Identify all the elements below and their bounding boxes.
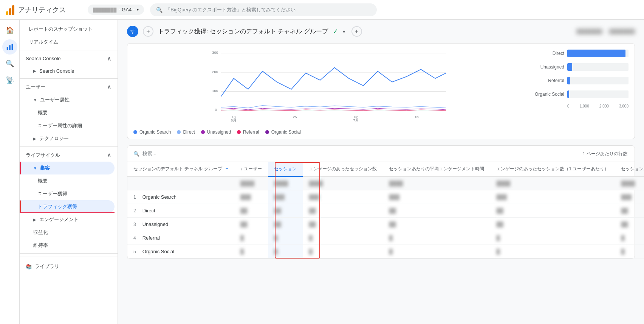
cell-evt-5: █ xyxy=(615,245,644,259)
agg-events: ████ xyxy=(615,176,644,190)
line-chart-svg: 300 200 100 0 18 xyxy=(133,50,521,125)
divider-4 xyxy=(20,253,118,254)
sidebar-item-acq-overview[interactable]: 概要 xyxy=(20,174,118,187)
chart-legend: Organic Search Direct Unassigned Referra… xyxy=(133,129,521,135)
sidebar: レポートのスナップショット リアルタイム Search Console ∧ ▶ … xyxy=(20,20,118,324)
add-widget-btn[interactable]: + xyxy=(351,26,362,37)
svg-text:6月: 6月 xyxy=(231,118,237,122)
sidebar-item-technology[interactable]: ▶ テクノロジー xyxy=(20,132,118,145)
legend-organic-social: Organic Social xyxy=(265,129,301,135)
main-content: す + トラフィック獲得: セッションのデフォルト チャネル グループ ✓ ▾ … xyxy=(118,20,644,324)
svg-text:0: 0 xyxy=(215,107,217,112)
search-bar[interactable]: 🔍 「BigQuery のエクスポート方法」と検索してみてください xyxy=(150,3,377,16)
sidebar-item-library[interactable]: 📚 ライブラリ xyxy=(26,262,111,271)
agg-sessions: ████ xyxy=(268,176,303,190)
cell-avg-3: ██ xyxy=(383,218,490,231)
sidebar-item-user-attr-overview[interactable]: 概要 xyxy=(20,106,118,119)
sidebar-item-retention[interactable]: 維持率 xyxy=(20,239,118,252)
th-avg-engagement[interactable]: セッションあたりの平均エンゲージメント時間 xyxy=(383,162,490,176)
bullet-icon: ▼ xyxy=(33,98,37,102)
th-engaged-sessions2[interactable]: エンゲージのあったセッション数（1 ユーザーあたり） xyxy=(490,162,615,176)
agg-engaged2: ████ xyxy=(490,176,615,190)
search-placeholder: 「BigQuery のエクスポート方法」と検索してみてください xyxy=(166,6,296,13)
data-table-container: 🔍 検索... 1 ページあたりの行数: セッションのデフォルト チャネル グル… xyxy=(127,145,635,259)
avatar: す xyxy=(127,26,138,37)
svg-rect-2 xyxy=(11,44,13,50)
table-header-row: セッションのデフォルト チャネル グループ + ↓ ユーザー セッション エンゲ… xyxy=(127,162,644,176)
sidebar-item-acquisition-parent[interactable]: ▼ 集客 xyxy=(20,162,115,174)
sidebar-item-acq-user[interactable]: ユーザー獲得 xyxy=(20,187,118,200)
bar-direct: Direct xyxy=(530,50,629,57)
agg-avg: ████ xyxy=(383,176,490,190)
date-range[interactable]: ████████ ～ ████████ xyxy=(576,28,635,35)
cell-channel-2: 2 Direct xyxy=(127,204,234,218)
bar-fill-referral xyxy=(567,77,570,84)
cell-channel-5: 5 Organic Social xyxy=(127,245,234,259)
sidebar-item-realtime[interactable]: リアルタイム xyxy=(20,36,118,48)
cell-eng2-4: █ xyxy=(490,231,615,245)
cell-evt-4: █ xyxy=(615,231,644,245)
cell-evt-2: ██ xyxy=(615,204,644,218)
cell-channel-4: 4 Referral xyxy=(127,231,234,245)
cell-avg-5: █ xyxy=(383,245,490,259)
cell-engaged-1: ███ xyxy=(303,190,383,204)
sidebar-section-search-console[interactable]: Search Console ∧ xyxy=(20,52,118,65)
explore-nav-btn[interactable]: 🔍 xyxy=(2,56,17,71)
sidebar-item-monetization[interactable]: 収益化 xyxy=(20,226,118,239)
chevron-up-icon: ∧ xyxy=(107,55,111,62)
cell-users-4: █ xyxy=(234,231,268,245)
page-header: す + トラフィック獲得: セッションのデフォルト チャネル グループ ✓ ▾ … xyxy=(127,26,635,37)
account-selector[interactable]: ████████ - GA4 - ▾ xyxy=(88,5,144,15)
chevron-up-icon-3: ∧ xyxy=(107,151,111,159)
cell-users-3: ██ xyxy=(234,218,268,231)
th-engaged-sessions[interactable]: エンゲージのあったセッション数 xyxy=(303,162,383,176)
sidebar-section-lifecycle[interactable]: ライフサイクル ∧ xyxy=(20,148,118,162)
cell-engaged-3: ██ xyxy=(303,218,383,231)
svg-text:300: 300 xyxy=(212,50,218,55)
app-title: アナリティクス xyxy=(18,5,66,14)
add-comparison-btn[interactable]: + xyxy=(143,26,153,37)
cell-evt-1: ███ xyxy=(615,190,644,204)
svg-text:200: 200 xyxy=(212,70,218,74)
legend-referral: Referral xyxy=(237,129,259,135)
bar-axis: 0 1,000 2,000 3,000 xyxy=(530,104,629,108)
app-logo: アナリティクス xyxy=(6,5,82,15)
svg-text:100: 100 xyxy=(212,89,218,93)
table-row: 2 Direct ██ ██ ██ ██ ██ ██ ██ xyxy=(127,204,644,218)
reports-nav-btn[interactable] xyxy=(2,39,17,55)
cell-eng2-5: █ xyxy=(490,245,615,259)
cell-eng2-1: ███ xyxy=(490,190,615,204)
sidebar-item-search-console-child[interactable]: ▶ Search Console xyxy=(20,65,118,77)
th-sessions[interactable]: セッション xyxy=(268,162,303,176)
sidebar-item-acq-traffic[interactable]: トラフィック獲得 xyxy=(20,200,115,213)
th-users[interactable]: ↓ ユーザー xyxy=(234,162,268,176)
sidebar-item-snapshot[interactable]: レポートのスナップショット xyxy=(20,23,118,36)
sidebar-item-user-attr[interactable]: ▼ ユーザー属性 xyxy=(20,93,118,106)
advertising-nav-btn[interactable]: 📡 xyxy=(2,73,17,88)
page-title: トラフィック獲得: セッションのデフォルト チャネル グループ xyxy=(158,28,328,36)
agg-channel xyxy=(127,176,234,190)
cell-engaged-5: █ xyxy=(303,245,383,259)
sidebar-item-user-attr-detail[interactable]: ユーザー属性の詳細 xyxy=(20,119,118,132)
rows-per-page: 1 ページあたりの行数: xyxy=(583,151,629,157)
sidebar-section-users[interactable]: ユーザー ∧ xyxy=(20,80,118,93)
agg-users: ████ xyxy=(234,176,268,190)
home-nav-btn[interactable]: 🏠 xyxy=(2,23,17,38)
add-dimension-btn[interactable]: + xyxy=(226,166,228,171)
topbar: アナリティクス ████████ - GA4 - ▾ 🔍 「BigQuery の… xyxy=(0,0,644,20)
svg-rect-1 xyxy=(9,45,11,50)
title-dropdown-btn[interactable]: ▾ xyxy=(343,29,345,34)
th-events[interactable]: セッションあたりのイベント数 xyxy=(615,162,644,176)
divider-2 xyxy=(20,78,118,79)
arrow-right-icon-eng: ▶ xyxy=(33,218,36,222)
verified-icon: ✓ xyxy=(333,27,338,36)
main-layout: 🏠 🔍 📡 レポートのスナップショット リアルタイム Search Consol… xyxy=(0,0,644,324)
cell-sessions-5: █ xyxy=(268,245,303,259)
table-aggregate-row: ████ ████ ████ ████ ████ ████ ████ xyxy=(127,176,644,190)
cell-channel-3: 3 Unassigned xyxy=(127,218,234,231)
table-row: 5 Organic Social █ █ █ █ █ █ █ xyxy=(127,245,644,259)
cell-avg-1: ███ xyxy=(383,190,490,204)
th-channel[interactable]: セッションのデフォルト チャネル グループ + xyxy=(127,162,234,176)
table-search[interactable]: 🔍 検索... xyxy=(133,150,156,157)
sidebar-item-engagement[interactable]: ▶ エンゲージメント xyxy=(20,213,118,226)
